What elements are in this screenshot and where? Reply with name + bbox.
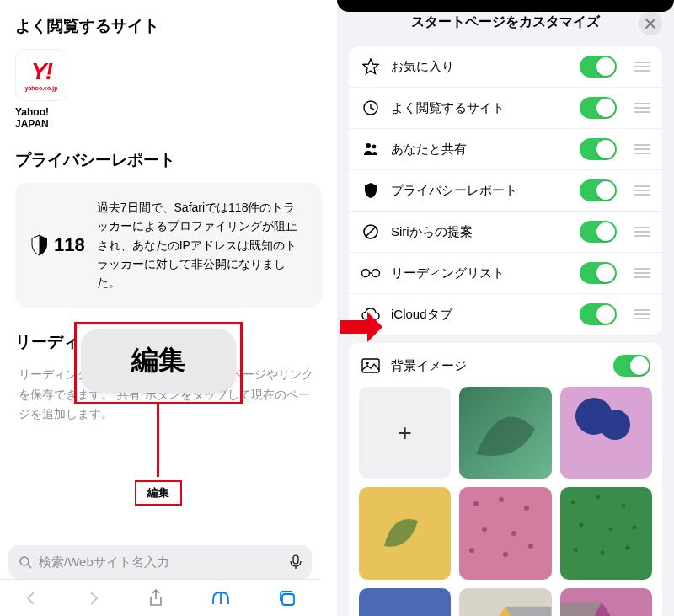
row-frequently-visited: よく閲覧するサイト [349, 88, 662, 129]
svg-point-15 [473, 501, 479, 506]
background-tile[interactable] [560, 487, 652, 579]
toggle-icloud-tabs[interactable] [580, 303, 617, 325]
svg-point-28 [632, 526, 636, 530]
drag-handle[interactable] [634, 268, 650, 278]
share-icon[interactable] [148, 589, 163, 608]
row-shared-with-you: あなたと共有 [349, 129, 662, 170]
search-icon [19, 555, 32, 569]
background-grid: + [359, 387, 652, 616]
privacy-description: 過去7日間で、Safariでは118件のトラッカーによるプロファイリングが阻止さ… [97, 198, 307, 292]
annotation-line [157, 404, 159, 477]
shield-icon: 118 [30, 198, 85, 292]
forward-icon[interactable] [86, 591, 101, 606]
privacy-report-card[interactable]: 118 過去7日間で、Safariでは118件のトラッカーによるプロファイリング… [15, 183, 322, 308]
svg-point-23 [570, 501, 575, 505]
svg-point-19 [511, 531, 516, 536]
close-button[interactable] [639, 12, 662, 35]
drag-handle[interactable] [634, 185, 650, 196]
background-tile[interactable] [359, 487, 451, 579]
background-tile[interactable] [560, 387, 652, 479]
sheet-header: スタートページをカスタマイズ [337, 0, 674, 41]
add-background-tile[interactable]: + [359, 387, 451, 479]
drag-handle[interactable] [634, 309, 650, 319]
background-tile[interactable] [459, 588, 551, 616]
clock-icon [361, 99, 381, 116]
svg-point-12 [366, 362, 369, 365]
toggle-frequently-visited[interactable] [580, 97, 617, 119]
favorite-label: Yahoo! JAPAN [15, 106, 71, 131]
shield-icon [361, 182, 381, 199]
close-icon [645, 19, 655, 29]
svg-point-25 [621, 504, 625, 508]
row-background-image: 背景イメージ [359, 353, 652, 387]
row-favorites: お気に入り [349, 46, 662, 88]
yahoo-icon: Y! yahoo.co.jp [15, 49, 67, 101]
glasses-icon [361, 268, 381, 278]
toggle-background[interactable] [613, 355, 650, 377]
svg-point-5 [366, 143, 371, 148]
tabs-icon[interactable] [278, 590, 297, 607]
settings-list: お気に入り よく閲覧するサイト あなたと共有 プライバシーレポート Siriから… [349, 46, 662, 335]
svg-line-1 [28, 565, 31, 568]
svg-point-9 [362, 270, 370, 277]
svg-point-22 [528, 544, 533, 549]
back-icon[interactable] [24, 591, 39, 606]
arrow-right-icon [339, 310, 384, 344]
background-tile[interactable] [459, 387, 551, 479]
search-bar[interactable]: 検索/Webサイト名入力 [8, 545, 312, 579]
background-tile[interactable] [560, 588, 652, 616]
toggle-shared[interactable] [580, 138, 617, 160]
toggle-reading-list[interactable] [580, 262, 617, 284]
safari-toolbar [0, 579, 320, 616]
nosign-icon [361, 223, 381, 240]
svg-rect-3 [282, 594, 294, 605]
favorite-site-yahoo[interactable]: Y! yahoo.co.jp Yahoo! JAPAN [15, 49, 71, 131]
svg-point-27 [608, 528, 612, 532]
privacy-report-title: プライバシーレポート [15, 149, 322, 171]
drag-handle[interactable] [634, 103, 650, 113]
sheet-title: スタートページをカスタマイズ [411, 13, 600, 31]
svg-point-17 [524, 506, 529, 511]
background-tile[interactable] [459, 487, 551, 579]
toggle-siri[interactable] [580, 221, 617, 243]
svg-point-14 [600, 410, 630, 440]
svg-point-20 [469, 548, 474, 553]
background-image-section: 背景イメージ + [349, 343, 662, 616]
edit-button[interactable]: 編集 [135, 480, 182, 506]
tracker-count: 118 [54, 234, 85, 256]
drag-handle[interactable] [634, 62, 650, 72]
svg-point-16 [499, 497, 504, 502]
row-reading-list: リーディングリスト [349, 253, 662, 294]
background-tile[interactable] [359, 588, 451, 616]
drag-handle[interactable] [634, 144, 650, 154]
svg-point-31 [625, 546, 629, 550]
svg-point-18 [482, 527, 487, 532]
row-privacy-report: プライバシーレポート [349, 170, 662, 212]
svg-point-29 [573, 549, 577, 553]
toggle-favorites[interactable] [580, 56, 617, 78]
safari-start-page: よく閲覧するサイト Y! yahoo.co.jp Yahoo! JAPAN プラ… [0, 0, 337, 616]
image-icon [361, 358, 381, 373]
toggle-privacy[interactable] [580, 179, 617, 201]
svg-point-21 [503, 552, 508, 557]
annotation-box [74, 322, 243, 404]
svg-point-6 [372, 145, 377, 149]
row-siri-suggestions: Siriからの提案 [349, 212, 662, 253]
drag-handle[interactable] [634, 227, 650, 237]
svg-rect-2 [293, 555, 298, 564]
svg-point-0 [20, 557, 29, 565]
row-icloud-tabs: iCloudタブ [349, 294, 662, 335]
people-icon [361, 141, 381, 158]
svg-point-30 [600, 551, 604, 555]
star-icon [361, 58, 381, 75]
svg-point-24 [596, 495, 600, 500]
svg-point-10 [372, 270, 380, 277]
mic-icon[interactable] [290, 554, 302, 570]
svg-point-26 [579, 523, 583, 528]
svg-line-8 [366, 227, 376, 237]
customize-sheet: スタートページをカスタマイズ お気に入り よく閲覧するサイト あなたと共有 プラ… [337, 0, 674, 616]
svg-rect-11 [362, 359, 379, 372]
search-placeholder: 検索/Webサイト名入力 [39, 554, 283, 570]
bookmarks-icon[interactable] [211, 591, 231, 606]
frequently-visited-title: よく閲覧するサイト [15, 15, 322, 37]
